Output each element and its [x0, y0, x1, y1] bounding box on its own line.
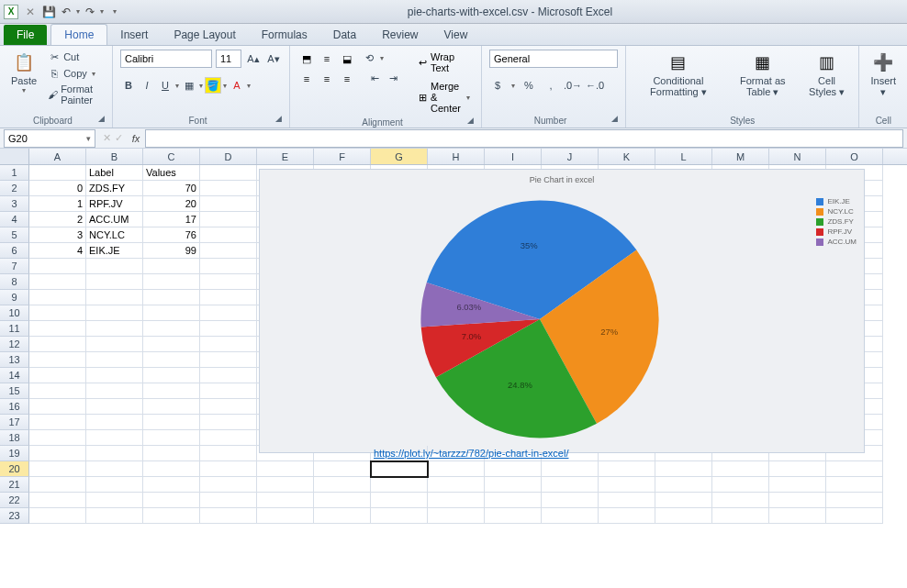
cell-D14[interactable]: [200, 368, 257, 383]
row-header-9[interactable]: 9: [0, 290, 29, 305]
cell-J20[interactable]: [542, 461, 599, 477]
cell-A21[interactable]: [29, 477, 86, 493]
cell-A19[interactable]: [29, 446, 86, 461]
align-bottom-icon[interactable]: ⬓: [338, 50, 356, 68]
cell-I22[interactable]: [485, 493, 542, 508]
cell-N20[interactable]: [769, 461, 826, 477]
cell-H21[interactable]: [428, 477, 485, 493]
alignment-dialog-launcher-icon[interactable]: ◢: [467, 116, 474, 125]
cell-A9[interactable]: [29, 290, 86, 305]
cell-G22[interactable]: [371, 493, 428, 508]
row-header-23[interactable]: 23: [0, 508, 29, 524]
formula-input[interactable]: [145, 129, 903, 148]
close-doc-icon[interactable]: ✕: [26, 6, 35, 18]
font-color-dropdown-icon[interactable]: ▾: [247, 82, 251, 90]
cell-C10[interactable]: [143, 305, 200, 321]
cell-B14[interactable]: [86, 368, 143, 383]
number-format-select[interactable]: [489, 50, 618, 68]
row-header-3[interactable]: 3: [0, 196, 29, 212]
cell-A13[interactable]: [29, 352, 86, 368]
cell-M22[interactable]: [712, 493, 769, 508]
cell-D2[interactable]: [200, 181, 257, 196]
cell-D16[interactable]: [200, 399, 257, 415]
wrap-text-button[interactable]: ↩Wrap Text: [415, 50, 474, 75]
redo-dropdown-icon[interactable]: ▾: [100, 7, 104, 16]
column-header-K[interactable]: K: [599, 149, 655, 164]
cell-B10[interactable]: [86, 305, 143, 321]
cell-D5[interactable]: [200, 227, 257, 243]
cell-H20[interactable]: [428, 461, 485, 477]
cell-D19[interactable]: [200, 446, 257, 461]
clipboard-dialog-launcher-icon[interactable]: ◢: [98, 114, 105, 123]
row-header-1[interactable]: 1: [0, 165, 29, 181]
cell-A3[interactable]: 1: [29, 196, 86, 212]
cell-D21[interactable]: [200, 477, 257, 493]
cell-styles-button[interactable]: ▥ Cell Styles ▾: [802, 50, 852, 99]
cell-B15[interactable]: [86, 383, 143, 399]
cell-C5[interactable]: 76: [143, 227, 200, 243]
cell-K23[interactable]: [599, 508, 655, 524]
cell-C16[interactable]: [143, 399, 200, 415]
align-top-icon[interactable]: ⬒: [297, 50, 316, 68]
cell-F21[interactable]: [314, 477, 371, 493]
cell-C22[interactable]: [143, 493, 200, 508]
cell-A22[interactable]: [29, 493, 86, 508]
cell-C12[interactable]: [143, 337, 200, 352]
cell-A5[interactable]: 3: [29, 227, 86, 243]
cell-C14[interactable]: [143, 368, 200, 383]
increase-font-icon[interactable]: A▴: [245, 50, 262, 67]
cell-A10[interactable]: [29, 305, 86, 321]
cell-C9[interactable]: [143, 290, 200, 305]
column-header-O[interactable]: O: [826, 149, 883, 164]
cell-B19[interactable]: [86, 446, 143, 461]
increase-indent-icon[interactable]: ⇥: [386, 70, 402, 86]
cell-J22[interactable]: [542, 493, 599, 508]
cell-B4[interactable]: ACC.UM: [86, 212, 143, 227]
cell-C20[interactable]: [143, 461, 200, 477]
cell-G19[interactable]: https://plot.ly/~tarzzz/782/pie-chart-in…: [371, 446, 428, 461]
cell-C1[interactable]: Values: [143, 165, 200, 181]
cell-C2[interactable]: 70: [143, 181, 200, 196]
cell-D18[interactable]: [200, 430, 257, 446]
cell-O20[interactable]: [826, 461, 883, 477]
column-header-A[interactable]: A: [29, 149, 86, 164]
cell-D4[interactable]: [200, 212, 257, 227]
cell-A23[interactable]: [29, 508, 86, 524]
cell-D12[interactable]: [200, 337, 257, 352]
column-header-F[interactable]: F: [314, 149, 371, 164]
row-header-18[interactable]: 18: [0, 430, 29, 446]
cell-A15[interactable]: [29, 383, 86, 399]
row-header-12[interactable]: 12: [0, 337, 29, 352]
row-header-22[interactable]: 22: [0, 493, 29, 508]
format-painter-button[interactable]: 🖌Format Painter: [46, 83, 105, 106]
currency-dropdown-icon[interactable]: ▾: [511, 82, 515, 90]
paste-button[interactable]: 📋 Paste ▾: [7, 50, 40, 96]
cell-K22[interactable]: [599, 493, 655, 508]
bold-button[interactable]: B: [120, 77, 137, 94]
undo-icon[interactable]: ↶: [62, 6, 71, 18]
cell-D15[interactable]: [200, 383, 257, 399]
decrease-font-icon[interactable]: A▾: [265, 50, 282, 67]
cell-A16[interactable]: [29, 399, 86, 415]
fill-color-button[interactable]: 🪣: [205, 77, 221, 94]
cell-I20[interactable]: [485, 461, 542, 477]
cell-D11[interactable]: [200, 321, 257, 337]
cell-A7[interactable]: [29, 259, 86, 274]
cell-B22[interactable]: [86, 493, 143, 508]
font-name-select[interactable]: [120, 50, 212, 68]
tab-insert[interactable]: Insert: [107, 25, 161, 45]
cell-E21[interactable]: [257, 477, 314, 493]
format-as-table-button[interactable]: ▦ Format as Table ▾: [729, 50, 797, 99]
cell-O22[interactable]: [826, 493, 883, 508]
conditional-formatting-button[interactable]: ▤ Conditional Formatting ▾: [633, 50, 723, 99]
borders-button[interactable]: ▦: [181, 77, 197, 94]
row-header-16[interactable]: 16: [0, 399, 29, 415]
cell-A12[interactable]: [29, 337, 86, 352]
cell-B7[interactable]: [86, 259, 143, 274]
cell-E20[interactable]: [257, 461, 314, 477]
cell-B2[interactable]: ZDS.FY: [86, 181, 143, 196]
tab-formulas[interactable]: Formulas: [249, 25, 320, 45]
cell-D7[interactable]: [200, 259, 257, 274]
cell-D6[interactable]: [200, 243, 257, 259]
cell-E23[interactable]: [257, 508, 314, 524]
